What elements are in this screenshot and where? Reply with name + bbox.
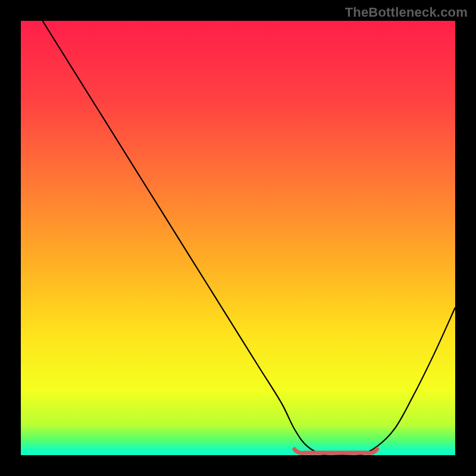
watermark-text: TheBottleneck.com (345, 5, 468, 20)
plot-area (21, 21, 455, 455)
bottleneck-chart (21, 21, 455, 455)
gradient-background (21, 21, 455, 455)
chart-frame: TheBottleneck.com (0, 0, 476, 476)
